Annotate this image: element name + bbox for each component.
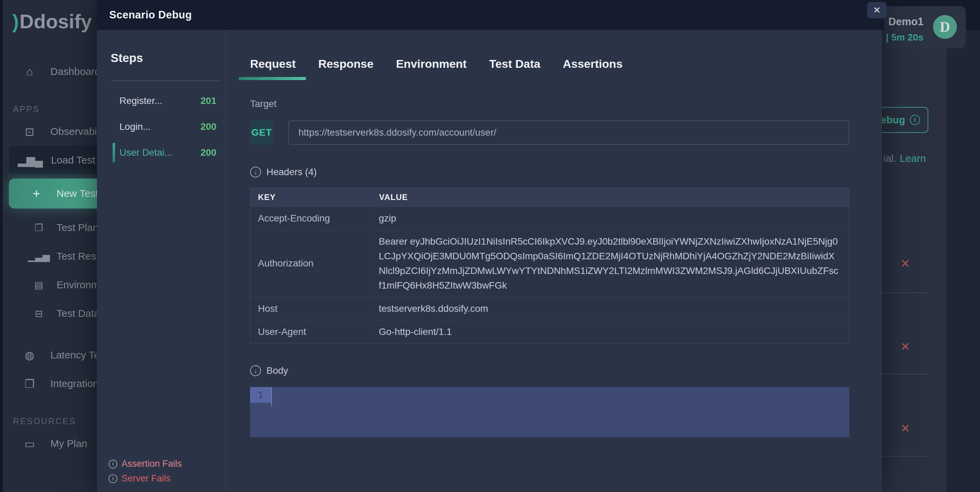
legend-item: Assertion Fails	[108, 458, 182, 469]
sidebar-item[interactable]: ▁▃▅ Test Results	[0, 242, 97, 270]
sidebar-item-icon: ◍	[22, 348, 37, 362]
row-divider	[882, 374, 928, 374]
target-url-input[interactable]	[288, 120, 850, 145]
close-icon[interactable]: ✕	[867, 2, 887, 18]
sidebar-item[interactable]: ◍ Latency Testing	[0, 341, 97, 369]
step-label: Login...	[119, 121, 151, 132]
collapse-arrow-icon	[250, 365, 261, 376]
tab[interactable]: Request	[250, 57, 296, 80]
ddosify-logo[interactable]: ) Ddosify	[0, 8, 97, 35]
sidebar-item-icon: ▭	[22, 437, 37, 450]
trial-text: ial.Learn	[883, 153, 926, 164]
sidebar-item[interactable]: ▭ My Plan	[0, 429, 97, 458]
sidebar-item-label: APPS	[13, 104, 40, 114]
sidebar-item-label: Load Test	[51, 154, 95, 166]
tab-bar: Request Response Environment Test Data A…	[250, 57, 850, 80]
delete-row-icon[interactable]: ✕	[900, 257, 910, 270]
delete-row-icon[interactable]: ✕	[900, 422, 910, 435]
modal-header: Scenario Debug ✕	[97, 0, 882, 30]
sidebar-item[interactable]: ⌂ Dashboard	[0, 57, 97, 86]
header-value: Go-http-client/1.1	[373, 320, 849, 343]
user-chip[interactable]: Demo1 ts | 5m 20s D	[883, 6, 966, 48]
collapse-arrow-icon	[250, 167, 261, 177]
status-legend: Assertion Fails Server Fails	[108, 455, 182, 484]
http-method-badge[interactable]: GET	[250, 120, 273, 145]
modal-title: Scenario Debug	[109, 9, 192, 21]
header-value: gzip	[373, 207, 849, 230]
page-background-right: Demo1 ts | 5m 20s D Debug i ial.Learn ✕ …	[882, 0, 980, 492]
sidebar-item-label: Latency Testing	[50, 349, 97, 361]
sidebar-item-label: Test Results	[56, 251, 97, 262]
info-icon	[108, 460, 118, 468]
info-icon	[108, 474, 118, 483]
avatar[interactable]: D	[933, 15, 957, 39]
sidebar-item-icon: ❐	[22, 377, 37, 390]
sidebar-item-label: Observability	[50, 126, 97, 137]
sidebar: ) Ddosify ⌂ Dashboard APPS ⊡ Observabili…	[0, 0, 97, 492]
sidebar-item-label: Environments	[56, 279, 97, 291]
sidebar-item-label: New Test	[56, 188, 97, 199]
sidebar-item[interactable]: + New Test	[9, 179, 97, 209]
step-label: Register...	[119, 96, 162, 106]
step-item[interactable]: Login... 200	[111, 121, 226, 133]
header-row: Accept-Encoding gzip	[250, 206, 849, 230]
header-key: User-Agent	[250, 320, 373, 343]
step-item[interactable]: Register... 201	[111, 95, 226, 107]
sidebar-item-label: Test Data	[56, 308, 97, 319]
sidebar-item[interactable]: APPS	[0, 101, 97, 117]
tab[interactable]: Test Data	[489, 57, 540, 80]
scenario-debug-modal: Scenario Debug ✕ Steps Register... 201 L…	[97, 0, 882, 492]
header-row: User-Agent Go-http-client/1.1	[250, 320, 849, 343]
target-label: Target	[250, 99, 850, 109]
header-value: testserverk8s.ddosify.com	[373, 297, 849, 320]
steps-separator	[111, 80, 220, 81]
sidebar-item[interactable]: ▤ Environments	[0, 270, 97, 299]
sidebar-item[interactable]: RESOURCES	[0, 413, 97, 429]
sidebar-item-icon: ▁▃▅	[32, 251, 46, 262]
sidebar-item-icon: ⊟	[32, 308, 46, 319]
table-header-row: KEY VALUE	[250, 188, 849, 206]
header-row: Host testserverk8s.ddosify.com	[250, 297, 849, 320]
headers-section-toggle[interactable]: Headers (4)	[250, 167, 850, 177]
sidebar-item[interactable]: ⊡ Observability	[0, 117, 97, 146]
body-editor[interactable]: 1	[250, 387, 850, 437]
header-key: Authorization	[250, 230, 373, 297]
tab[interactable]: Assertions	[563, 57, 623, 80]
learn-more-link[interactable]: Learn	[900, 153, 926, 164]
legend-item: Server Fails	[108, 473, 182, 484]
sidebar-item-label: My Plan	[50, 438, 87, 449]
logo-crescent-icon: )	[12, 10, 19, 33]
sidebar-item-icon: ❒	[32, 222, 46, 233]
header-key: Accept-Encoding	[250, 207, 373, 230]
column-header-key: KEY	[250, 188, 373, 206]
content-card-edge	[882, 30, 947, 492]
body-section-label: Body	[266, 365, 288, 376]
step-item[interactable]: User Detai... 200	[111, 147, 226, 158]
sidebar-item[interactable]: ▂▆▄ Load Test	[9, 146, 97, 174]
steps-panel: Steps Register... 201 Login... 200 User …	[97, 30, 226, 492]
step-status-code: 201	[200, 96, 216, 106]
sidebar-item-label: Test Plans	[56, 222, 97, 233]
tab[interactable]: Environment	[396, 57, 467, 80]
sidebar-item-icon: +	[29, 186, 44, 201]
legend-label: Server Fails	[121, 473, 170, 484]
line-number: 1	[250, 387, 271, 403]
header-row: Authorization Bearer eyJhbGciOiJIUzI1NiI…	[250, 230, 849, 297]
legend-label: Assertion Fails	[121, 458, 182, 469]
header-value: Bearer eyJhbGciOiJIUzI1NiIsInR5cCI6IkpXV…	[373, 230, 849, 297]
body-section-toggle[interactable]: Body	[250, 365, 850, 376]
header-key: Host	[250, 297, 373, 320]
sidebar-item-icon: ▤	[32, 280, 46, 291]
column-header-value: VALUE	[373, 188, 849, 206]
sidebar-item-label: RESOURCES	[13, 416, 76, 426]
sidebar-item[interactable]: ❒ Test Plans	[0, 213, 97, 242]
window-edge	[0, 0, 3, 492]
request-panel: Request Response Environment Test Data A…	[226, 30, 882, 492]
step-label: User Detai...	[119, 147, 172, 158]
info-icon: i	[910, 115, 920, 125]
headers-table: KEY VALUE Accept-Encoding gzip Authoriza…	[250, 188, 850, 343]
sidebar-item[interactable]: ⊟ Test Data	[0, 299, 97, 328]
sidebar-item[interactable]: ❐ Integrations	[0, 369, 97, 398]
tab[interactable]: Response	[318, 57, 374, 80]
delete-row-icon[interactable]: ✕	[900, 340, 910, 353]
